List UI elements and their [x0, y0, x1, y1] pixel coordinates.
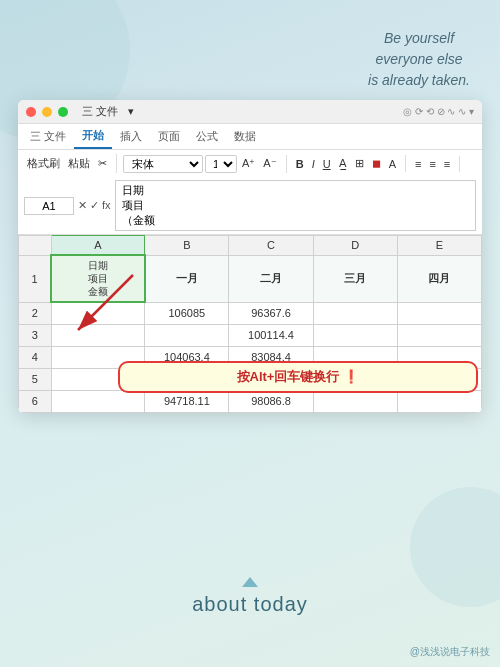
- format-group: 格式刷 粘贴 ✂: [24, 154, 117, 173]
- tab-formula[interactable]: 公式: [188, 125, 226, 148]
- cell-d2[interactable]: [313, 302, 397, 324]
- cell-b1[interactable]: 一月: [145, 255, 229, 302]
- row-header-6: 6: [19, 390, 52, 412]
- quote-text: Be yourself everyone else is already tak…: [368, 28, 470, 91]
- cell-e2[interactable]: [397, 302, 481, 324]
- about-today-text: about today: [192, 593, 308, 616]
- font-color-button[interactable]: A: [386, 156, 399, 172]
- formula-input[interactable]: 日期项目（金额: [115, 180, 476, 231]
- align-right[interactable]: ≡: [441, 156, 453, 172]
- bold-button[interactable]: B: [293, 156, 307, 172]
- font-selector[interactable]: 宋体: [123, 155, 203, 173]
- row-header-1: 1: [19, 255, 52, 302]
- strikethrough-button[interactable]: A̲: [336, 155, 350, 172]
- col-header-b[interactable]: B: [145, 236, 229, 256]
- cell-d6[interactable]: [313, 390, 397, 412]
- cell-d3[interactable]: [313, 324, 397, 346]
- watermark: @浅浅说电子科技: [410, 645, 490, 659]
- formula-bar: A1 ✕ ✓ fx 日期项目（金额: [18, 177, 482, 235]
- ribbon-toolbar: 格式刷 粘贴 ✂ 宋体 12 A⁺ A⁻ B I U A̲ ⊞ ◼ A ≡ ≡ …: [18, 150, 482, 177]
- cell-c2[interactable]: 96367.6: [229, 302, 313, 324]
- app-title: 三 文件: [82, 104, 118, 119]
- align-center[interactable]: ≡: [426, 156, 438, 172]
- cut-icon[interactable]: ✂: [95, 155, 110, 172]
- tab-home[interactable]: 开始: [74, 124, 112, 149]
- align-left[interactable]: ≡: [412, 156, 424, 172]
- format-style-group: B I U A̲ ⊞ ◼ A: [293, 155, 406, 172]
- cell-e6[interactable]: [397, 390, 481, 412]
- col-header-c[interactable]: C: [229, 236, 313, 256]
- italic-button[interactable]: I: [309, 156, 318, 172]
- cell-a3[interactable]: [51, 324, 145, 346]
- font-size-up[interactable]: A⁺: [239, 155, 258, 172]
- cell-c3[interactable]: 100114.4: [229, 324, 313, 346]
- align-group: ≡ ≡ ≡: [412, 156, 460, 172]
- corner-header: [19, 236, 52, 256]
- row-header-5: 5: [19, 368, 52, 390]
- toolbar-icons: ◎ ⟳ ⟲ ⊘ ∿ ∿ ▾: [403, 106, 474, 117]
- cell-b6[interactable]: 94718.11: [145, 390, 229, 412]
- close-btn[interactable]: [26, 107, 36, 117]
- ribbon-tabs: 三 文件 开始 插入 页面 公式 数据: [18, 124, 482, 150]
- title-dropdown-icon: ▾: [128, 105, 134, 118]
- row-header-2: 2: [19, 302, 52, 324]
- col-header-d[interactable]: D: [313, 236, 397, 256]
- format-button[interactable]: 格式刷: [24, 154, 63, 173]
- annotation-emoji: ❗: [343, 369, 359, 384]
- cell-a2[interactable]: [51, 302, 145, 324]
- cancel-formula[interactable]: ✕: [78, 199, 87, 212]
- cell-e1[interactable]: 四月: [397, 255, 481, 302]
- triangle-up-icon: [242, 577, 258, 587]
- table-row: 6 94718.11 98086.8: [19, 390, 482, 412]
- paste-button[interactable]: 粘贴: [65, 154, 93, 173]
- font-size-selector[interactable]: 12: [205, 155, 237, 173]
- excel-window: 三 文件 ▾ ◎ ⟳ ⟲ ⊘ ∿ ∿ ▾ 三 文件 开始 插入 页面 公式 数据…: [18, 100, 482, 413]
- table-row: 2 106085 96367.6: [19, 302, 482, 324]
- col-header-e[interactable]: E: [397, 236, 481, 256]
- cell-reference[interactable]: A1: [24, 197, 74, 215]
- cell-a1[interactable]: 日期项目金额: [51, 255, 145, 302]
- confirm-formula[interactable]: ✓: [90, 199, 99, 212]
- insert-function[interactable]: fx: [102, 199, 111, 212]
- row-header-4: 4: [19, 346, 52, 368]
- maximize-btn[interactable]: [58, 107, 68, 117]
- border-button[interactable]: ⊞: [352, 155, 367, 172]
- col-header-a[interactable]: A: [51, 236, 145, 256]
- table-row: 3 100114.4: [19, 324, 482, 346]
- annotation-bubble: 按Alt+回车键换行 ❗: [118, 361, 478, 393]
- cell-c6[interactable]: 98086.8: [229, 390, 313, 412]
- cell-b3[interactable]: [145, 324, 229, 346]
- cell-c1[interactable]: 二月: [229, 255, 313, 302]
- cell-a6[interactable]: [51, 390, 145, 412]
- font-size-down[interactable]: A⁻: [260, 155, 279, 172]
- minimize-btn[interactable]: [42, 107, 52, 117]
- cell-e3[interactable]: [397, 324, 481, 346]
- cell-d1[interactable]: 三月: [313, 255, 397, 302]
- tab-file[interactable]: 三 文件: [22, 125, 74, 148]
- tab-data[interactable]: 数据: [226, 125, 264, 148]
- row-header-3: 3: [19, 324, 52, 346]
- formula-controls: ✕ ✓ fx: [78, 199, 111, 212]
- fill-color-button[interactable]: ◼: [369, 155, 384, 172]
- table-row: 1 日期项目金额 一月 二月 三月 四月: [19, 255, 482, 302]
- underline-button[interactable]: U: [320, 156, 334, 172]
- tab-insert[interactable]: 插入: [112, 125, 150, 148]
- annotation-text: 按Alt+回车键换行: [237, 368, 340, 386]
- tab-page[interactable]: 页面: [150, 125, 188, 148]
- title-bar: 三 文件 ▾ ◎ ⟳ ⟲ ⊘ ∿ ∿ ▾: [18, 100, 482, 124]
- font-group: 宋体 12 A⁺ A⁻: [123, 155, 287, 173]
- cell-b2[interactable]: 106085: [145, 302, 229, 324]
